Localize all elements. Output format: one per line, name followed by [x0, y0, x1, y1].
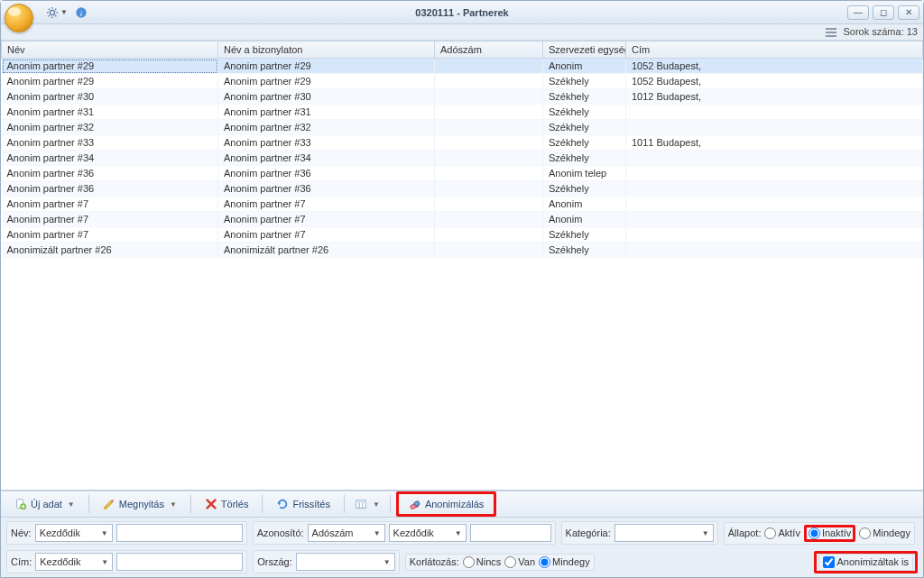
- cim-mode-combo[interactable]: Kezdődik▼: [35, 553, 113, 571]
- refresh-button[interactable]: Frissítés: [268, 494, 338, 514]
- cell-nev: Anonim partner #29: [2, 59, 218, 74]
- table-row[interactable]: Anonim partner #32Anonim partner #32Szék…: [2, 120, 923, 135]
- cell-szerv: Székhely: [543, 227, 626, 243]
- cell-cim: [626, 227, 923, 243]
- chevron-down-icon: ▼: [60, 8, 68, 16]
- open-label: Megnyitás: [119, 499, 164, 509]
- minimize-button[interactable]: —: [847, 5, 869, 20]
- table-row[interactable]: Anonim partner #36Anonim partner #36Anon…: [2, 166, 923, 181]
- cell-ado: [435, 212, 543, 227]
- allapot-mindegy-radio[interactable]: Mindegy: [859, 528, 910, 539]
- table-row[interactable]: Anonim partner #36Anonim partner #36Szék…: [2, 181, 923, 197]
- cell-szerv: Székhely: [543, 243, 626, 258]
- cell-szerv: Anonim: [543, 59, 626, 74]
- table-header-row: Név Név a bizonylaton Adószám Szervezeti…: [2, 41, 923, 59]
- info-icon[interactable]: i: [75, 6, 88, 19]
- col-header-cim[interactable]: Cím: [626, 41, 923, 59]
- korlatozas-nincs-radio[interactable]: Nincs: [463, 556, 502, 568]
- table-row[interactable]: Anonim partner #7Anonim partner #7Székhe…: [2, 227, 923, 243]
- col-header-adoszam[interactable]: Adószám: [435, 41, 543, 59]
- table-row[interactable]: Anonim partner #34Anonim partner #34Szék…: [2, 151, 923, 166]
- anonymize-button[interactable]: Anonimizálás: [401, 494, 492, 514]
- refresh-label: Frissítés: [292, 499, 330, 509]
- cell-nev: Anonim partner #29: [2, 74, 218, 89]
- chevron-down-icon: ▼: [455, 529, 462, 537]
- allapot-inaktiv-radio[interactable]: Inaktív: [808, 528, 851, 539]
- table-row[interactable]: Anonim partner #7Anonim partner #7Anonim: [2, 212, 923, 227]
- table-row[interactable]: Anonim partner #33Anonim partner #33Szék…: [2, 135, 923, 151]
- korlatozas-van-radio[interactable]: Van: [504, 556, 535, 568]
- cell-bizon: Anonim partner #7: [218, 227, 435, 243]
- new-data-button[interactable]: Új adat ▼: [6, 494, 83, 514]
- open-button[interactable]: Megnyitás ▼: [95, 494, 185, 514]
- chevron-down-icon: ▼: [373, 500, 380, 509]
- chevron-down-icon: ▼: [383, 558, 391, 566]
- cell-nev: Anonim partner #7: [2, 212, 218, 227]
- azonosito-label: Azonosító:: [257, 528, 304, 538]
- cell-nev: Anonim partner #31: [2, 105, 218, 120]
- separator: [390, 495, 391, 513]
- cell-nev: Anonimizált partner #26: [2, 243, 218, 258]
- table-row[interactable]: Anonim partner #29Anonim partner #29Anon…: [2, 59, 923, 74]
- cell-cim: [626, 243, 923, 258]
- columns-button[interactable]: ▼: [350, 494, 384, 514]
- table-body: Anonim partner #29Anonim partner #29Anon…: [2, 59, 923, 258]
- orszag-combo[interactable]: ▼: [296, 553, 395, 571]
- maximize-button[interactable]: ◻: [873, 5, 894, 20]
- nev-input[interactable]: [116, 524, 243, 542]
- cell-bizon: Anonimizált partner #26: [218, 243, 435, 258]
- partner-table: Név Név a bizonylaton Adószám Szervezeti…: [1, 41, 923, 258]
- close-button[interactable]: ✕: [898, 5, 919, 20]
- anonimizaltak-checkbox[interactable]: Anonimizáltak is: [823, 556, 909, 568]
- table-row[interactable]: Anonim partner #7Anonim partner #7Anonim: [2, 197, 923, 212]
- app-window: ▼ i 0320111 - Partnerek — ◻ ✕ Sorok szám…: [0, 0, 924, 578]
- korlatozas-mindegy-radio[interactable]: Mindegy: [539, 556, 590, 568]
- table-row[interactable]: Anonim partner #31Anonim partner #31Szék…: [2, 105, 923, 120]
- filter-row-1: Név: Kezdődik▼ Azonosító: Adószám▼ Kezdő…: [6, 521, 918, 545]
- col-header-nev[interactable]: Név: [2, 41, 218, 59]
- chevron-down-icon: ▼: [68, 500, 75, 509]
- azonosito-mode-combo[interactable]: Kezdődik▼: [389, 524, 467, 542]
- kategoria-combo[interactable]: ▼: [614, 524, 714, 542]
- cell-szerv: Anonim telep: [543, 166, 626, 181]
- cell-cim: [626, 212, 923, 227]
- azonosito-input[interactable]: [470, 524, 551, 542]
- svg-line-7: [49, 15, 50, 16]
- col-header-szervezeti[interactable]: Szervezeti egység: [543, 41, 626, 59]
- col-header-bizonylat[interactable]: Név a bizonylaton: [218, 41, 435, 59]
- eraser-icon: [409, 498, 421, 510]
- filter-kategoria: Kategória: ▼: [561, 521, 718, 545]
- cell-nev: Anonim partner #7: [2, 197, 218, 212]
- table-row[interactable]: Anonim partner #30Anonim partner #30Szék…: [2, 89, 923, 105]
- kategoria-label: Kategória:: [566, 528, 611, 538]
- allapot-aktiv-radio[interactable]: Aktív: [764, 528, 799, 539]
- cell-cim: 1052 Budapest,: [626, 74, 923, 89]
- cell-szerv: Anonim: [543, 197, 626, 212]
- cell-cim: [626, 120, 923, 135]
- cell-nev: Anonim partner #36: [2, 166, 218, 181]
- app-orb-icon[interactable]: [5, 4, 33, 32]
- settings-button[interactable]: ▼: [46, 6, 68, 19]
- cim-input[interactable]: [116, 553, 243, 571]
- korlatozas-label: Korlátozás:: [410, 556, 459, 567]
- nev-label: Név:: [11, 528, 32, 538]
- delete-button[interactable]: Törlés: [197, 494, 257, 514]
- cell-cim: [626, 197, 923, 212]
- cell-cim: [626, 151, 923, 166]
- nev-mode-combo[interactable]: Kezdődik▼: [35, 524, 113, 542]
- azonosito-type-combo[interactable]: Adószám▼: [308, 524, 385, 542]
- highlight-anonimizalas: Anonimizálás: [396, 491, 496, 517]
- allapot-label: Állapot:: [728, 528, 762, 538]
- cell-cim: 1012 Budapest,: [626, 89, 923, 105]
- cell-szerv: Székhely: [543, 105, 626, 120]
- svg-line-5: [49, 8, 50, 9]
- table-row[interactable]: Anonim partner #29Anonim partner #29Szék…: [2, 74, 923, 89]
- chevron-down-icon: ▼: [702, 529, 709, 537]
- gear-icon: [46, 6, 59, 19]
- new-data-label: Új adat: [31, 499, 62, 509]
- cell-ado: [435, 120, 543, 135]
- data-grid[interactable]: Név Név a bizonylaton Adószám Szervezeti…: [1, 41, 923, 491]
- filter-nev: Név: Kezdődik▼: [6, 521, 247, 545]
- cell-ado: [435, 59, 543, 74]
- table-row[interactable]: Anonimizált partner #26Anonimizált partn…: [2, 243, 923, 258]
